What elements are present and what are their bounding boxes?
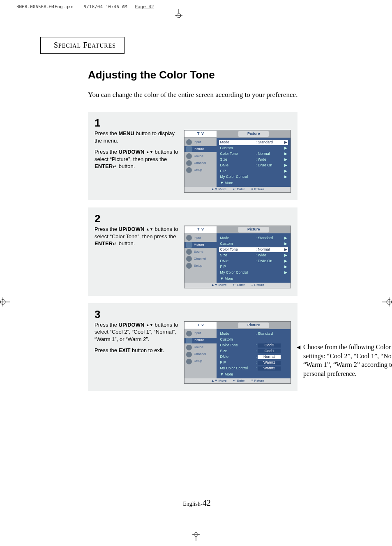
- side-note: ◀ Choose from the following Color Tone s…: [303, 343, 392, 378]
- osd-side-icon: [186, 338, 192, 343]
- osd-side-item: Setup: [184, 167, 217, 173]
- osd-tv-label: T V: [184, 131, 217, 137]
- osd-footer-return: ≡ Return: [251, 283, 264, 287]
- step-text: Press the MENU button to display the men…: [95, 130, 178, 175]
- enter-icon: ↵: [113, 240, 117, 248]
- osd-side-icon: [186, 345, 192, 350]
- osd-side-item: Picture: [184, 338, 217, 343]
- osd-footer: ▲▼ Move ↵ Enter ≡ Return: [184, 378, 291, 384]
- osd-side-icon: [186, 242, 192, 248]
- osd-main: Mode:StandardCustomColor Tone:Cool2Size:…: [217, 329, 291, 378]
- osd-more: ▼ More: [219, 180, 288, 185]
- osd-side-icon: [186, 256, 192, 262]
- osd-menu-row: Size:Wide▶: [219, 157, 288, 162]
- osd-screenshot: T V Picture InputPictureSoundChannelSetu…: [184, 321, 291, 384]
- osd-side-item: Input: [184, 235, 217, 241]
- step-text: Press the UP/DOWN ▲▼ buttons to select “…: [95, 226, 178, 251]
- osd-main: Mode:Standard▶Custom▶Color Tone:Normal▶S…: [217, 233, 291, 283]
- osd-side-item: Channel: [184, 160, 217, 166]
- osd-menu-row: Size:Cool1: [219, 349, 288, 354]
- osd-menu-row: PIP▶: [219, 169, 288, 174]
- osd-side-icon: [186, 160, 192, 166]
- osd-side-label: Input: [194, 236, 201, 240]
- proof-page: Page 42: [135, 4, 154, 9]
- osd-side-item: Sound: [184, 153, 217, 159]
- osd-side-label: Picture: [194, 339, 204, 342]
- osd-side-item: Sound: [184, 345, 217, 350]
- side-note-text: Choose from the following Color Tone set…: [303, 343, 392, 377]
- crop-mark-top: [172, 9, 186, 18]
- osd-menu-row: Color Tone:Normal▶: [219, 152, 288, 157]
- osd-menu-row: PIP:Warm1: [219, 360, 288, 365]
- osd-menu-row: DNIe:DNIe On▶: [219, 259, 288, 264]
- osd-menu-row: PIP▶: [219, 265, 288, 270]
- osd-side-icon: [186, 263, 192, 269]
- crop-mark-right: [382, 297, 392, 306]
- page-body: SPECIAL FEATURES Adjusting the Color Ton…: [37, 37, 357, 518]
- osd-title: Picture: [238, 131, 269, 137]
- step-number: 2: [95, 213, 291, 224]
- osd-side-label: Setup: [194, 359, 202, 363]
- osd-footer: ▲▼ Move ↵ Enter ≡ Return: [184, 283, 291, 288]
- intro-text: You can change the color of the entire s…: [88, 90, 357, 99]
- section-header-box: SPECIAL FEATURES: [40, 37, 125, 54]
- osd-sidebar: InputPictureSoundChannelSetup: [184, 138, 217, 187]
- osd-footer-enter: ↵ Enter: [233, 188, 244, 191]
- osd-main: Mode:Standard▶Custom▶Color Tone:Normal▶S…: [217, 138, 291, 187]
- osd-more: ▼ More: [219, 372, 288, 377]
- osd-menu-row: Mode:Standard: [219, 332, 288, 336]
- step-number: 1: [95, 117, 291, 128]
- osd-side-label: Sound: [194, 154, 203, 158]
- osd-side-icon: [186, 167, 192, 173]
- osd-footer-return: ≡ Return: [251, 379, 264, 383]
- step-instruction: Press the UP/DOWN ▲▼ buttons to select “…: [95, 148, 178, 170]
- osd-menu-row: My Color Control▶: [219, 270, 288, 275]
- osd-side-item: Input: [184, 331, 217, 336]
- step-block: 2 Press the UP/DOWN ▲▼ buttons to select…: [88, 207, 297, 296]
- osd-side-label: Input: [194, 141, 201, 144]
- osd-side-label: Channel: [194, 161, 206, 165]
- osd-side-label: Setup: [194, 264, 202, 268]
- osd-footer: ▲▼ Move ↵ Enter ≡ Return: [184, 187, 291, 192]
- osd-footer-enter: ↵ Enter: [233, 283, 244, 287]
- osd-menu-row: DNIe:DNIe On▶: [219, 163, 288, 168]
- proof-date: 9/18/04 10:46 AM: [84, 4, 127, 9]
- osd-menu-row: Custom▶: [219, 146, 288, 151]
- osd-menu-row: My Color Control▶: [219, 175, 288, 180]
- osd-menu-row: Custom▶: [219, 242, 288, 247]
- osd-tv-label: T V: [184, 226, 217, 233]
- osd-screenshot: T V Picture InputPictureSoundChannelSetu…: [184, 226, 291, 288]
- crop-mark-bottom: [189, 532, 203, 541]
- osd-footer-move: ▲▼ Move: [211, 379, 227, 383]
- osd-footer-return: ≡ Return: [251, 188, 264, 191]
- section-header: SPECIAL FEATURES: [54, 43, 116, 49]
- osd-menu-row: Custom: [219, 337, 288, 342]
- osd-footer-enter: ↵ Enter: [233, 379, 244, 383]
- step-number: 3: [95, 309, 291, 320]
- osd-side-icon: [186, 139, 192, 145]
- osd-side-label: Input: [194, 332, 201, 335]
- osd-side-icon: [186, 153, 192, 159]
- osd-sidebar: InputPictureSoundChannelSetup: [184, 329, 217, 378]
- osd-side-icon: [186, 331, 192, 336]
- osd-side-icon: [186, 249, 192, 255]
- osd-side-icon: [186, 352, 192, 357]
- osd-tv-label: T V: [184, 322, 217, 329]
- osd-side-item: Setup: [184, 263, 217, 269]
- osd-side-item: Channel: [184, 352, 217, 357]
- osd-side-label: Channel: [194, 352, 206, 356]
- proof-filename: BN68-00656A-04Eng.qxd: [16, 4, 74, 9]
- osd-side-label: Picture: [194, 147, 204, 151]
- page-number: English-42: [37, 499, 357, 507]
- steps-column: 1 Press the MENU button to display the m…: [88, 112, 297, 391]
- osd-screenshot: T V Picture InputPictureSoundChannelSetu…: [184, 130, 291, 193]
- osd-side-icon: [186, 235, 192, 241]
- osd-header: T V Picture: [184, 226, 291, 233]
- page-title: Adjusting the Color Tone: [88, 69, 357, 81]
- crop-mark-left: [0, 297, 10, 306]
- step-text: Press the UP/DOWN ▲▼ buttons to select “…: [95, 321, 178, 358]
- osd-side-icon: [186, 359, 192, 364]
- osd-side-label: Sound: [194, 250, 203, 254]
- osd-footer-move: ▲▼ Move: [211, 283, 227, 287]
- osd-menu-row: DNIe:Normal: [219, 355, 288, 359]
